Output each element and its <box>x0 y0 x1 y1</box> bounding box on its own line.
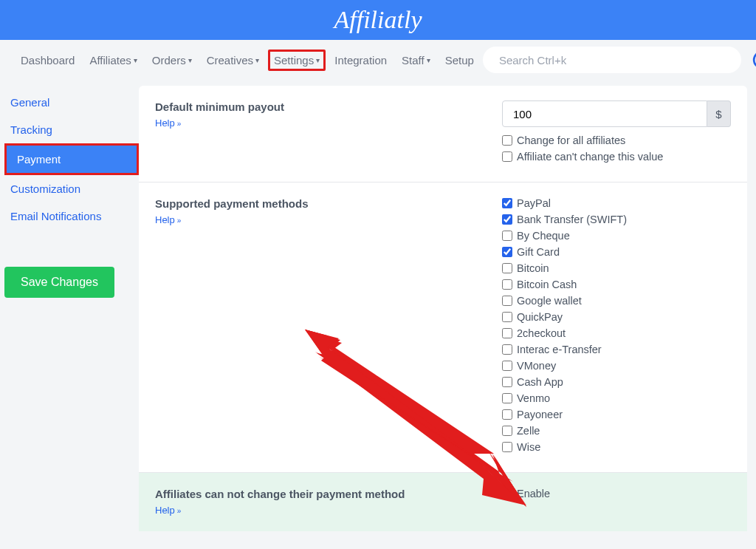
nav-label: Settings <box>274 54 314 67</box>
payment-method-checkbox[interactable] <box>502 231 512 241</box>
payment-method-row[interactable]: VMoney <box>502 360 731 372</box>
section-lock-method: Affiliates can not change their payment … <box>139 473 747 531</box>
nav-setup[interactable]: Setup <box>439 50 480 71</box>
sidebar-item-general[interactable]: General <box>0 89 139 116</box>
brand-logo: Affiliatly <box>334 6 422 34</box>
payment-method-row[interactable]: Zelle <box>502 425 731 437</box>
payment-method-row[interactable]: Venmo <box>502 392 731 404</box>
payment-method-row[interactable]: Payoneer <box>502 409 731 420</box>
currency-suffix: $ <box>707 100 731 127</box>
top-nav: DashboardAffiliates▾Orders▾Creatives▾Set… <box>0 40 756 80</box>
payment-method-row[interactable]: By Cheque <box>502 230 731 242</box>
payment-method-label: Bitcoin Cash <box>517 279 577 290</box>
payment-method-checkbox[interactable] <box>502 393 512 403</box>
lock-method-enable-checkbox[interactable] <box>502 488 512 499</box>
chevron-right-icon: » <box>177 216 182 225</box>
min-payout-input[interactable] <box>502 100 707 127</box>
lock-method-enable-label: Enable <box>517 488 550 499</box>
lock-method-help-link[interactable]: Help» <box>155 505 181 516</box>
payment-method-checkbox[interactable] <box>502 312 512 322</box>
nav-dashboard[interactable]: Dashboard <box>15 50 80 71</box>
chevron-right-icon: » <box>177 120 182 128</box>
payment-method-row[interactable]: Wise <box>502 441 731 453</box>
sidebar-item-email-notifications[interactable]: Email Notifications <box>0 202 139 230</box>
lock-method-title: Affiliates can not change their payment … <box>155 488 502 500</box>
caret-down-icon: ▾ <box>134 56 137 64</box>
payment-method-label: 2checkout <box>517 327 566 339</box>
sidebar-item-payment[interactable]: Payment <box>4 143 139 175</box>
caret-down-icon: ▾ <box>188 56 192 64</box>
payment-method-label: Bank Transfer (SWIFT) <box>517 214 627 225</box>
payment-method-checkbox[interactable] <box>502 279 512 290</box>
payment-method-label: Wise <box>517 441 540 453</box>
payment-method-row[interactable]: Google wallet <box>502 295 731 307</box>
power-icon[interactable] <box>752 50 756 70</box>
payment-method-label: PayPal <box>517 197 551 209</box>
min-payout-help-link[interactable]: Help» <box>155 117 181 129</box>
payment-method-row[interactable]: Cash App <box>502 376 731 388</box>
payment-method-label: QuickPay <box>517 311 563 323</box>
payment-method-row[interactable]: 2checkout <box>502 327 731 339</box>
payment-method-checkbox[interactable] <box>502 377 512 387</box>
cant-change-checkbox[interactable] <box>502 151 512 162</box>
nav-settings[interactable]: Settings▾ <box>268 50 326 71</box>
payment-method-checkbox[interactable] <box>502 198 512 208</box>
payment-method-row[interactable]: Bank Transfer (SWIFT) <box>502 214 731 225</box>
payment-method-checkbox[interactable] <box>502 214 512 225</box>
payment-method-checkbox[interactable] <box>502 442 512 452</box>
payment-method-checkbox[interactable] <box>502 361 512 371</box>
payment-method-checkbox[interactable] <box>502 247 512 257</box>
payment-method-checkbox[interactable] <box>502 344 512 355</box>
save-changes-button[interactable]: Save Changes <box>4 267 114 298</box>
payment-method-row[interactable]: Bitcoin Cash <box>502 279 731 290</box>
caret-down-icon: ▾ <box>427 56 430 64</box>
caret-down-icon: ▾ <box>255 56 259 64</box>
nav-creatives[interactable]: Creatives▾ <box>201 50 265 71</box>
nav-label: Dashboard <box>21 54 75 67</box>
payment-method-label: Interac e-Transfer <box>517 344 602 355</box>
payment-method-row[interactable]: QuickPay <box>502 311 731 323</box>
nav-affiliates[interactable]: Affiliates▾ <box>83 50 142 71</box>
chevron-right-icon: » <box>177 507 182 515</box>
nav-label: Integration <box>334 54 387 67</box>
settings-sidebar: GeneralTrackingPaymentCustomizationEmail… <box>0 80 139 531</box>
payment-method-label: By Cheque <box>517 230 570 242</box>
payment-method-checkbox[interactable] <box>502 296 512 306</box>
lock-method-enable-row[interactable]: Enable <box>502 488 731 499</box>
payment-method-row[interactable]: PayPal <box>502 197 731 209</box>
settings-main: Default minimum payout Help» $ Change fo… <box>139 86 747 531</box>
sidebar-item-tracking[interactable]: Tracking <box>0 116 139 143</box>
nav-orders[interactable]: Orders▾ <box>146 50 198 71</box>
change-all-affiliates-row[interactable]: Change for all affiliates <box>502 134 731 146</box>
payment-method-label: Google wallet <box>517 295 582 307</box>
sidebar-item-customization[interactable]: Customization <box>0 175 139 202</box>
payment-method-label: Gift Card <box>517 246 560 258</box>
payment-method-label: VMoney <box>517 360 556 372</box>
section-payment-methods: Supported payment methods Help» PayPalBa… <box>139 183 747 473</box>
min-payout-title: Default minimum payout <box>155 100 502 113</box>
nav-integration[interactable]: Integration <box>329 50 393 71</box>
payment-methods-help-link[interactable]: Help» <box>155 214 181 225</box>
nav-staff[interactable]: Staff▾ <box>396 50 436 71</box>
cant-change-row[interactable]: Affiliate can't change this value <box>502 151 731 163</box>
payment-method-checkbox[interactable] <box>502 328 512 338</box>
caret-down-icon: ▾ <box>316 56 320 64</box>
section-min-payout: Default minimum payout Help» $ Change fo… <box>139 86 747 183</box>
payment-method-checkbox[interactable] <box>502 409 512 420</box>
nav-label: Creatives <box>207 54 253 67</box>
payment-methods-title: Supported payment methods <box>155 197 502 210</box>
payment-method-checkbox[interactable] <box>502 263 512 273</box>
payment-method-checkbox[interactable] <box>502 426 512 436</box>
payment-method-label: Zelle <box>517 425 540 437</box>
payment-method-row[interactable]: Bitcoin <box>502 262 731 274</box>
nav-label: Setup <box>445 54 474 67</box>
search-input[interactable] <box>483 47 741 73</box>
payment-method-row[interactable]: Gift Card <box>502 246 731 258</box>
brand-bar: Affiliatly <box>0 0 756 40</box>
payment-method-label: Bitcoin <box>517 262 549 274</box>
nav-label: Staff <box>402 54 425 67</box>
nav-label: Affiliates <box>89 54 131 67</box>
payment-method-label: Cash App <box>517 376 563 388</box>
payment-method-row[interactable]: Interac e-Transfer <box>502 344 731 355</box>
change-all-affiliates-checkbox[interactable] <box>502 135 512 146</box>
